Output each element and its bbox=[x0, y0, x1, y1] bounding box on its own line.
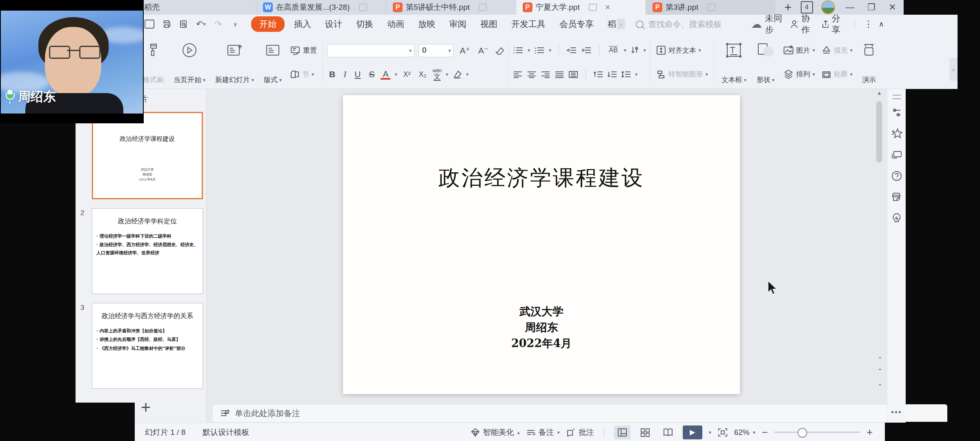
menu-membership[interactable]: 会员专享 bbox=[552, 17, 601, 31]
pinyin-guide-button[interactable]: wén 文 bbox=[433, 68, 442, 81]
scroll-up-icon[interactable]: ▲ bbox=[877, 90, 882, 96]
command-search[interactable] bbox=[636, 19, 751, 29]
font-name-input[interactable] bbox=[330, 46, 407, 55]
justify-icon[interactable] bbox=[555, 71, 564, 78]
collapse-ribbon-icon[interactable]: ∧ bbox=[879, 20, 884, 29]
print-preview-icon[interactable] bbox=[178, 19, 189, 29]
menu-home[interactable]: 开始 bbox=[251, 16, 285, 32]
align-center-icon[interactable] bbox=[527, 71, 537, 78]
font-size-combo[interactable]: ▾ bbox=[419, 44, 454, 57]
char-spacing-button[interactable]: AB bbox=[607, 47, 619, 54]
redo-icon[interactable]: ↷ bbox=[213, 19, 223, 29]
menu-view[interactable]: 视图 bbox=[473, 17, 504, 31]
slide-thumbnail-2[interactable]: 政治经济学学科定位 · 理论经济学一级学科下设的二级学科 · 政治经济学、西方经… bbox=[92, 208, 203, 294]
text-box-button[interactable]: 文本框▾ bbox=[717, 36, 751, 89]
ribbon-expand-chevron[interactable]: › bbox=[949, 58, 958, 81]
menu-transition[interactable]: 切换 bbox=[349, 17, 380, 31]
italic-button[interactable]: I bbox=[341, 69, 348, 80]
undo-icon[interactable]: ↶▾ bbox=[196, 19, 206, 29]
play-from-current-button[interactable]: 当页开始▾ bbox=[169, 36, 210, 89]
font-size-input[interactable] bbox=[421, 46, 446, 55]
line-spacing-icon[interactable] bbox=[621, 71, 631, 78]
tab-writer-doc[interactable]: W 在高质量发展...(3-28) bbox=[256, 0, 386, 15]
search-input[interactable] bbox=[648, 19, 751, 29]
zoom-in-button[interactable]: + bbox=[866, 426, 873, 438]
smart-graphic-button[interactable]: 转智能图形▾ bbox=[655, 69, 710, 80]
menu-devtools[interactable]: 开发工具 bbox=[504, 17, 552, 31]
menu-slideshow[interactable]: 放映 bbox=[411, 17, 442, 31]
next-slide-icon[interactable]: ⌃ bbox=[875, 377, 885, 389]
smart-beautify-button[interactable]: 智能美化 ▴ bbox=[471, 427, 520, 438]
save-icon[interactable] bbox=[144, 19, 155, 29]
sidebar-more-icon[interactable]: ••• bbox=[887, 408, 906, 417]
align-text-button[interactable]: 对齐文本▾ bbox=[655, 45, 710, 56]
current-slide[interactable]: 政治经济学课程建设 武汉大学 周绍东 2022年4月 bbox=[343, 95, 740, 394]
increase-font-icon[interactable]: A⁺ bbox=[458, 46, 472, 56]
slide-sorter-view-button[interactable] bbox=[637, 425, 653, 439]
reset-button[interactable]: 重置 bbox=[288, 45, 318, 56]
menu-docer-resources[interactable]: 稻 bbox=[601, 17, 617, 31]
slide-thumbnail-1[interactable]: 政治经济学课程建设 武汉大学 周绍东 2022年4月 bbox=[92, 112, 203, 199]
zoom-slider[interactable] bbox=[774, 432, 860, 433]
increase-indent-icon[interactable] bbox=[581, 46, 592, 54]
strikethrough-button[interactable]: S bbox=[367, 69, 376, 79]
notes-toggle-button[interactable]: 备注 ▾ bbox=[526, 427, 560, 438]
highlight-button[interactable] bbox=[452, 70, 462, 79]
share-button[interactable]: 分享 bbox=[821, 13, 846, 36]
clear-format-icon[interactable] bbox=[494, 46, 504, 55]
template-name[interactable]: 默认设计模板 bbox=[203, 427, 249, 438]
help-icon[interactable] bbox=[887, 165, 906, 187]
customize-quickbar-icon[interactable]: ∨ bbox=[230, 19, 241, 29]
slide-subtitle[interactable]: 武汉大学 周绍东 2022年4月 bbox=[343, 303, 740, 351]
distribute-icon[interactable] bbox=[568, 71, 578, 78]
comments-button[interactable]: 批注 bbox=[566, 427, 594, 438]
superscript-button[interactable]: X² bbox=[401, 70, 413, 79]
scrollbar-thumb[interactable] bbox=[876, 101, 882, 163]
picture-button[interactable]: 图片▾ bbox=[782, 45, 817, 56]
slide-title[interactable]: 政治经济学课程建设 bbox=[343, 164, 740, 192]
menu-insert[interactable]: 插入 bbox=[287, 17, 318, 31]
slideshow-play-button[interactable]: ▶ bbox=[683, 425, 702, 439]
user-avatar[interactable] bbox=[821, 0, 835, 14]
webcam-overlay[interactable]: 周绍东 bbox=[0, 0, 144, 123]
canvas-scrollbar[interactable]: ▲ ⌃ ⌃ ⌃ bbox=[874, 89, 886, 423]
collaborate-button[interactable]: 协作 bbox=[790, 13, 815, 36]
reading-view-button[interactable] bbox=[660, 425, 676, 439]
print-icon[interactable] bbox=[161, 19, 172, 29]
font-name-combo[interactable]: ▾ bbox=[327, 44, 414, 57]
numbered-list-icon[interactable] bbox=[534, 46, 545, 54]
next-slide-icon[interactable]: ⌃ bbox=[875, 365, 885, 377]
shapes-button[interactable]: 形状▾ bbox=[751, 36, 780, 89]
window-count-badge[interactable]: 4 bbox=[801, 1, 813, 13]
tab-close-icon[interactable]: × bbox=[605, 2, 610, 13]
minimize-button[interactable]: — bbox=[843, 2, 857, 13]
subscript-button[interactable]: X₂ bbox=[417, 70, 429, 79]
line-spacing-up-icon[interactable] bbox=[593, 71, 603, 78]
inspiration-icon[interactable] bbox=[887, 208, 906, 229]
slide-layout-button[interactable]: 版式▾ bbox=[259, 36, 287, 89]
menu-overflow-chevron[interactable]: › bbox=[617, 19, 625, 29]
slide-canvas[interactable]: 政治经济学课程建设 武汉大学 周绍东 2022年4月 bbox=[206, 89, 874, 404]
font-color-button[interactable]: A bbox=[381, 69, 390, 80]
decrease-indent-icon[interactable] bbox=[566, 46, 577, 54]
zoom-level[interactable]: 62% ▾ bbox=[734, 428, 755, 437]
decrease-font-icon[interactable]: A⁻ bbox=[476, 46, 490, 56]
outline-button[interactable]: 轮廓▾ bbox=[820, 69, 854, 80]
sidebar-drag-handle[interactable] bbox=[893, 95, 901, 99]
text-direction-icon[interactable] bbox=[630, 46, 639, 55]
tab-ppt-doc-active[interactable]: P 宁夏大学.ppt × bbox=[516, 0, 646, 15]
menu-animation[interactable]: 动画 bbox=[380, 17, 411, 31]
object-properties-icon[interactable] bbox=[887, 102, 906, 123]
slide-thumbnail-3[interactable]: 政治经济学与西方经济学的关系 · 内容上的矛盾和冲突【如价值论】 · 讲授上的先… bbox=[92, 303, 203, 389]
bold-button[interactable]: B bbox=[327, 69, 337, 79]
align-right-icon[interactable] bbox=[541, 71, 550, 78]
zoom-slider-thumb[interactable] bbox=[797, 428, 807, 438]
menu-design[interactable]: 设计 bbox=[318, 17, 349, 31]
align-left-icon[interactable] bbox=[513, 71, 523, 78]
line-spacing-down-icon[interactable] bbox=[607, 71, 617, 78]
notes-bar[interactable]: 单击此处添加备注 bbox=[212, 404, 947, 422]
previous-slide-icon[interactable]: ⌃ bbox=[875, 354, 885, 365]
bullet-list-icon[interactable] bbox=[513, 46, 523, 54]
more-options-icon[interactable]: ⋮ bbox=[864, 19, 873, 29]
new-slide-button[interactable]: 新建幻灯片▾ bbox=[210, 36, 259, 89]
